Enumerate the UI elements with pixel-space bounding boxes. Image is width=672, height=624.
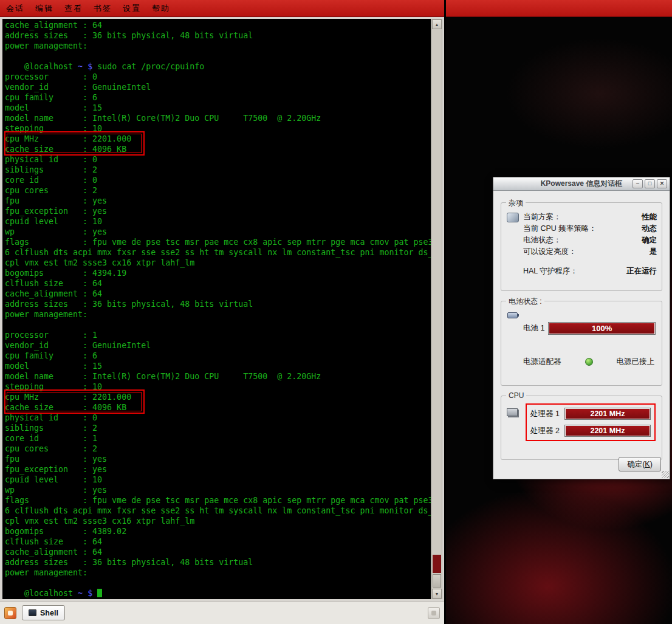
cpu-frequency-bar: 2201 MHz: [564, 408, 651, 420]
info-label: HAL 守护程序：: [523, 266, 578, 277]
terminal-scrollbar[interactable]: ▲ ▼: [431, 19, 442, 599]
scroll-down-button[interactable]: ▼: [432, 589, 442, 598]
terminal-line: clflush size : 64: [5, 278, 431, 289]
scroll-down-icon: ▼: [435, 592, 439, 596]
cpu-frequency-bar: 2201 MHz: [564, 425, 651, 437]
adapter-row: 电源适配器 电源已接上: [523, 357, 654, 367]
info-value: 正在运行: [626, 266, 657, 277]
terminal-line: cpu cores : 2: [5, 185, 431, 196]
terminal-line: stepping : 10: [5, 123, 431, 134]
terminal-line: wp : yes: [5, 227, 431, 237]
terminal-line: cpl vmx est tm2 ssse3 cx16 xtpr lahf_lm: [5, 516, 431, 526]
terminal-line: model : 15: [5, 361, 431, 371]
info-value: 是: [650, 246, 657, 258]
adapter-status-icon: [585, 358, 593, 366]
close-button[interactable]: ✕: [657, 179, 667, 188]
scheme-icon: [507, 213, 519, 222]
info-row: 当前 CPU 频率策略：动态: [523, 223, 657, 235]
info-value: 动态: [642, 223, 657, 235]
menu-item[interactable]: 帮助: [152, 3, 170, 14]
menu-item[interactable]: 编辑: [35, 3, 53, 14]
battery-label: 电池 1: [523, 323, 544, 334]
adapter-label: 电源适配器: [523, 357, 561, 367]
terminal-line: cache_alignment : 64: [5, 20, 431, 30]
dialog-body: 杂项 当前方案：性能当前 CPU 频率策略：动态电池状态：确定可以设定亮度：是H…: [493, 191, 670, 479]
maximize-button[interactable]: □: [645, 179, 655, 188]
background-titlebar: [446, 0, 672, 17]
terminal-line: 6 clflush dts acpi mmx fxsr sse sse2 ss …: [5, 506, 431, 516]
group-misc: 杂项 当前方案：性能当前 CPU 频率策略：动态电池状态：确定可以设定亮度：是H…: [501, 202, 662, 291]
battery-icon: [507, 312, 518, 318]
terminal-window: 会话编辑查看书签设置帮助 cache_alignment : 64address…: [0, 0, 444, 624]
tab-shell[interactable]: Shell: [22, 605, 65, 620]
adapter-status: 电源已接上: [617, 357, 655, 367]
tab-options-icon[interactable]: [428, 607, 440, 619]
terminal-line: flags : fpu vme de pse tsc msr pae mce c…: [5, 495, 431, 506]
terminal-line: processor : 1: [5, 330, 431, 340]
terminal-line: cpuid level : 10: [5, 475, 431, 485]
group-battery-title: 电池状态 :: [506, 297, 544, 307]
terminal-line: siblings : 2: [5, 423, 431, 433]
info-label: 当前 CPU 频率策略：: [523, 223, 597, 235]
terminal-line: @localhost ~ $ sudo cat /proc/cpuinfo: [5, 61, 431, 72]
terminal-line: fpu : yes: [5, 196, 431, 206]
terminal-line: cpl vmx est tm2 ssse3 cx16 xtpr lahf_lm: [5, 258, 431, 268]
terminal-line: bogomips : 4394.19: [5, 268, 431, 278]
terminal-line: model : 15: [5, 103, 431, 113]
terminal-line: cpu MHz : 2201.000: [5, 134, 143, 144]
menu-item[interactable]: 书签: [94, 3, 112, 14]
group-misc-title: 杂项: [506, 198, 526, 208]
battery-row: 电池 1 100%: [523, 322, 656, 335]
info-label: 当前方案：: [523, 211, 561, 223]
info-row: 可以设定亮度：是: [523, 246, 657, 258]
scroll-thumb[interactable]: [433, 574, 441, 588]
menu-item[interactable]: 查看: [64, 3, 83, 14]
red-highlight-box: cpu MHz : 2201.000cache size : 4096 KB: [5, 134, 143, 154]
terminal-line: flags : fpu vme de pse tsc msr pae mce c…: [5, 237, 431, 247]
info-label: 电池状态：: [523, 235, 561, 246]
scroll-up-icon: ▲: [435, 22, 439, 27]
terminal-line: siblings : 2: [5, 165, 431, 175]
battery-progressbar: 100%: [548, 322, 656, 335]
screen: 会话编辑查看书签设置帮助 cache_alignment : 64address…: [0, 0, 672, 624]
terminal-line: [5, 578, 431, 588]
terminal-line: cache size : 4096 KB: [5, 402, 143, 413]
cpu-row: 处理器 12201 MHz: [530, 408, 651, 420]
terminal-line: 6 clflush dts acpi mmx fxsr sse sse2 ss …: [5, 247, 431, 258]
terminal-line: address sizes : 36 bits physical, 48 bit…: [5, 557, 431, 567]
new-session-icon[interactable]: [4, 607, 16, 619]
terminal-line: fpu : yes: [5, 454, 431, 464]
cpu-row: 处理器 22201 MHz: [530, 425, 651, 437]
tab-label: Shell: [40, 609, 58, 617]
misc-rows: 当前方案：性能当前 CPU 频率策略：动态电池状态：确定可以设定亮度：是HAL …: [523, 211, 657, 277]
terminal-line: fpu_exception : yes: [5, 464, 431, 475]
terminal-line: model name : Intel(R) Core(TM)2 Duo CPU …: [5, 371, 431, 382]
scroll-up-button[interactable]: ▲: [432, 19, 442, 29]
terminal-line: address sizes : 36 bits physical, 48 bit…: [5, 299, 431, 309]
terminal-line: vendor_id : GenuineIntel: [5, 82, 431, 92]
group-battery: 电池状态 : 电池 1 100% 电源适配器 电源已接上: [501, 301, 662, 386]
ok-button[interactable]: 确定(K): [619, 457, 661, 471]
info-value: 性能: [642, 211, 657, 223]
scroll-marker: [433, 555, 441, 573]
terminal-line: core id : 1: [5, 433, 431, 444]
info-row: HAL 守护程序：正在运行: [523, 266, 657, 277]
cpu-label: 处理器 2: [530, 426, 560, 436]
terminal-line: core id : 0: [5, 175, 431, 185]
terminal-line: wp : yes: [5, 485, 431, 495]
cpu-label: 处理器 1: [530, 409, 560, 419]
dialog-titlebar[interactable]: KPowersave 信息对话框 – □ ✕: [493, 177, 670, 191]
terminal-line: physical id : 0: [5, 413, 431, 423]
terminal-line: cpu family : 6: [5, 351, 431, 361]
terminal-line: cache_alignment : 64: [5, 547, 431, 557]
battery-percent: 100%: [592, 324, 612, 333]
menu-item[interactable]: 设置: [123, 3, 141, 14]
terminal-line: cpu family : 6: [5, 92, 431, 103]
resize-grip[interactable]: [662, 471, 669, 478]
terminal-line: cpuid level : 10: [5, 216, 431, 227]
minimize-button[interactable]: –: [633, 179, 643, 188]
terminal-line: model name : Intel(R) Core(TM)2 Duo CPU …: [5, 113, 431, 123]
terminal-line: @localhost ~ $: [5, 588, 431, 598]
menu-item[interactable]: 会话: [6, 3, 24, 14]
terminal-screen[interactable]: cache_alignment : 64address sizes : 36 b…: [2, 19, 431, 599]
